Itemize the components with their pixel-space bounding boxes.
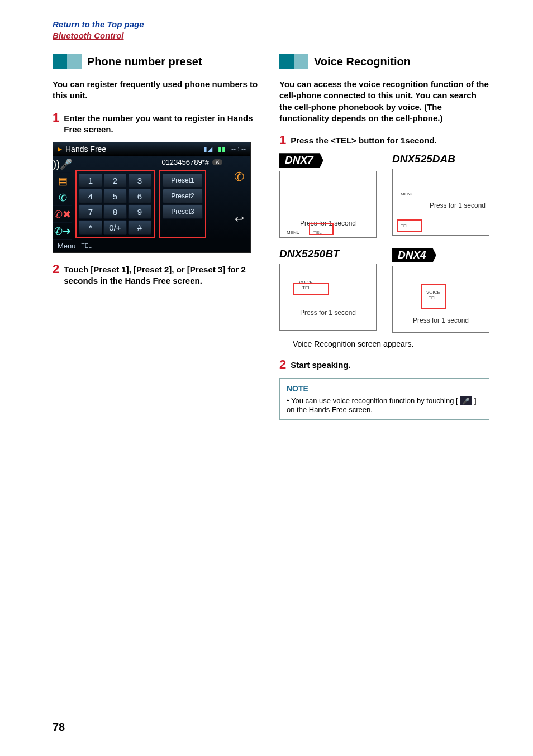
model-dnx5250bt: DNX5250BT VOICE TEL Press for 1 second — [279, 248, 377, 333]
tel-label: TEL — [82, 243, 92, 249]
voice-icon[interactable]: ))🎤 — [53, 156, 72, 173]
title-arrow-icon: ▸ — [58, 145, 62, 154]
device-diagram-dnx5250bt: VOICE TEL Press for 1 second — [279, 264, 377, 331]
section-header-right: Voice Recognition — [279, 54, 489, 69]
key-star[interactable]: * — [79, 220, 102, 235]
note-body: • You can use voice recognition function… — [287, 396, 482, 414]
back-icon[interactable]: ↩ — [235, 212, 244, 226]
step-2: 2 Touch [Preset 1], [Preset 2], or [Pres… — [53, 263, 263, 287]
key-6[interactable]: 6 — [128, 189, 151, 203]
key-3[interactable]: 3 — [128, 173, 151, 188]
step-number: 2 — [53, 263, 59, 287]
red-highlight-box — [293, 283, 329, 295]
presets-highlight: Preset1 Preset2 Preset3 — [159, 170, 206, 238]
model-grid: DNX7 MENU TEL Press for 1 second DNX525D… — [279, 153, 489, 333]
step-1: 1 Press the <TEL> button for 1second. — [279, 134, 489, 146]
hf-titlebar: ▸ Hands Free ▮◢ ▮▮ -- : -- — [53, 142, 250, 156]
top-links: Return to the Top page Bluetooth Control — [53, 19, 489, 41]
step-1: 1 Enter the number you want to register … — [53, 112, 263, 136]
model-dnx7: DNX7 MENU TEL Press for 1 second — [279, 153, 377, 238]
red-highlight-box — [397, 219, 422, 232]
voice-recognition-icon: 🎤 — [460, 396, 472, 405]
model-badge: DNX7 — [279, 153, 323, 168]
key-8[interactable]: 8 — [103, 204, 127, 219]
section-link[interactable]: Bluetooth Control — [53, 31, 123, 40]
header-square-light — [67, 54, 82, 69]
key-9[interactable]: 9 — [128, 204, 151, 219]
menu-label[interactable]: Menu — [58, 242, 76, 250]
step-number: 1 — [53, 112, 59, 136]
header-square-light — [294, 54, 308, 69]
step-text: Enter the number you want to register in… — [64, 112, 263, 136]
display-row: 0123456789*# ✕ — [74, 156, 226, 170]
red-highlight-box — [421, 284, 446, 309]
menu-btn-label: MENU — [287, 230, 300, 235]
preset-3-button[interactable]: Preset3 — [163, 204, 203, 219]
result-text: Voice Recognition screen appears. — [293, 339, 489, 348]
contacts-icon[interactable]: ▤ — [53, 173, 72, 189]
preset-2-button[interactable]: Preset2 — [163, 189, 203, 203]
section-title: Phone number preset — [87, 55, 202, 68]
header-square-dark — [53, 54, 67, 69]
model-name: DNX5250BT — [279, 248, 377, 260]
hf-footer: Menu TEL — [53, 240, 250, 252]
model-badge: DNX4 — [392, 248, 436, 262]
right-column: Voice Recognition You can access the voi… — [279, 54, 489, 420]
hands-free-screenshot: ▸ Hands Free ▮◢ ▮▮ -- : -- ))🎤 ▤ ✆ ✆✖ ✆➜ — [53, 142, 251, 253]
preset-1-button[interactable]: Preset1 — [163, 173, 203, 188]
step-number: 2 — [279, 358, 286, 371]
time-dashes: -- : -- — [231, 145, 246, 153]
press-caption: Press for 1 second — [413, 317, 469, 324]
key-7[interactable]: 7 — [79, 204, 102, 219]
key-0[interactable]: 0/+ — [103, 220, 127, 235]
device-diagram-dnx525dab: MENU TEL Press for 1 second — [392, 169, 489, 236]
step-text: Press the <TEL> button for 1second. — [291, 134, 437, 146]
signal-icon: ▮◢ — [203, 145, 212, 153]
note-text-a: You can use voice recognition function b… — [291, 396, 458, 405]
note-box: NOTE • You can use voice recognition fun… — [279, 378, 489, 420]
left-column: Phone number preset You can register fre… — [53, 54, 263, 420]
model-dnx525dab: DNX525DAB MENU TEL Press for 1 second — [392, 153, 489, 238]
intro-text: You can access the voice recognition fun… — [279, 79, 489, 124]
hf-title-text: Hands Free — [65, 145, 106, 154]
incoming-icon[interactable]: ✆ — [53, 189, 72, 206]
step-number: 1 — [279, 134, 286, 146]
key-1[interactable]: 1 — [79, 173, 102, 188]
outgoing-icon[interactable]: ✆➜ — [53, 223, 72, 240]
menu-btn-label: MENU — [401, 192, 414, 197]
red-highlight-box — [309, 223, 334, 235]
press-caption: Press for 1 second — [430, 202, 486, 209]
missed-icon[interactable]: ✆✖ — [53, 206, 72, 223]
device-diagram-dnx4: VOICE TEL Press for 1 second — [392, 266, 489, 333]
step-text: Start speaking. — [291, 358, 351, 371]
key-hash[interactable]: # — [128, 220, 151, 235]
dialed-number: 0123456789*# — [161, 158, 209, 166]
intro-text: You can register frequently used phone n… — [53, 79, 263, 102]
return-top-link[interactable]: Return to the Top page — [53, 20, 144, 29]
step-2: 2 Start speaking. — [279, 358, 489, 371]
section-header-left: Phone number preset — [53, 54, 263, 69]
device-diagram-dnx7: MENU TEL Press for 1 second — [279, 171, 377, 238]
key-4[interactable]: 4 — [79, 189, 102, 203]
page-number: 78 — [53, 721, 65, 734]
step-text: Touch [Preset 1], [Preset 2], or [Preset… — [64, 263, 263, 287]
note-title: NOTE — [287, 384, 482, 393]
battery-icon: ▮▮ — [218, 145, 226, 153]
dialpad-highlight: 1 2 3 4 5 6 7 8 — [75, 170, 155, 238]
model-name: DNX525DAB — [392, 153, 489, 165]
clear-icon[interactable]: ✕ — [212, 159, 222, 165]
model-dnx4: DNX4 VOICE TEL Press for 1 second — [392, 248, 489, 333]
key-2[interactable]: 2 — [103, 173, 127, 188]
call-icon[interactable]: ✆ — [234, 170, 244, 184]
hf-left-sidebar: ))🎤 ▤ ✆ ✆✖ ✆➜ — [53, 156, 72, 240]
section-title: Voice Recognition — [314, 55, 411, 68]
header-square-dark — [279, 54, 294, 69]
key-5[interactable]: 5 — [103, 189, 127, 203]
press-caption: Press for 1 second — [300, 309, 356, 317]
